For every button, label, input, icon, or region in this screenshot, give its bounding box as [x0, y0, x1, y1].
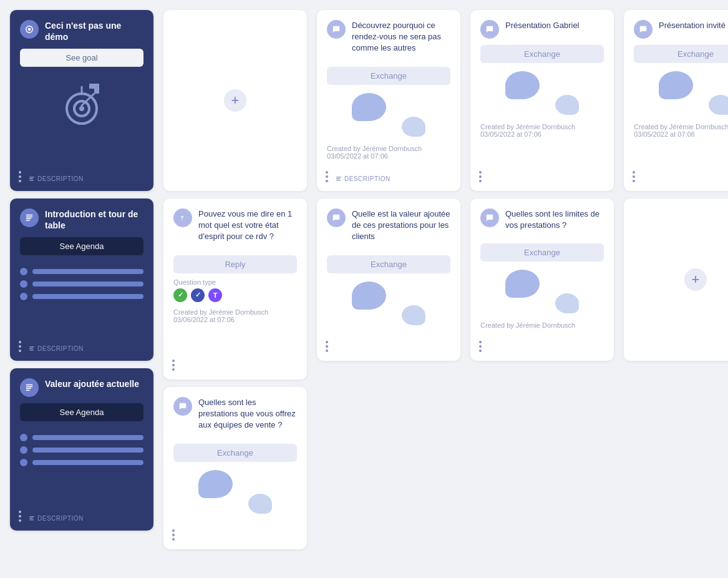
goal-large-icon: [57, 81, 107, 130]
chat-icon: [480, 20, 499, 39]
add-button[interactable]: +: [684, 268, 707, 291]
card-question-pouvez: ? Pouvez vous me dire en 1 mot quel est …: [163, 198, 307, 380]
target-icon: [25, 25, 34, 34]
three-dots-menu[interactable]: [19, 171, 21, 182]
chat-bubble-icon: [485, 25, 494, 34]
svg-rect-10: [29, 180, 34, 181]
card-question-text: Quelles sont les limites de vos prestati…: [505, 208, 604, 231]
three-dots-menu[interactable]: [326, 171, 328, 182]
agenda-icon: [20, 378, 39, 397]
description-label: DESCRIPTION: [336, 175, 391, 182]
desc-icon: [336, 176, 342, 182]
exchange-button[interactable]: Exchange: [173, 444, 297, 462]
created-by-label: Created by Jérémie Dornbusch: [173, 308, 268, 316]
card-title: Valeur ajoutée actuelle: [45, 378, 139, 389]
list-dot: [20, 459, 27, 466]
chat-bubble-secondary: [555, 95, 579, 115]
svg-marker-6: [89, 84, 99, 94]
add-card-top[interactable]: +: [163, 10, 307, 191]
list-dot: [20, 434, 27, 441]
svg-rect-18: [26, 385, 33, 385]
chat-illustration: [327, 90, 450, 140]
three-dots-menu[interactable]: [479, 171, 482, 182]
created-by-label: Created by Jérémie Dornbusch: [480, 123, 575, 130]
list-bar: [32, 269, 143, 274]
three-dots-menu[interactable]: [326, 341, 328, 352]
chat-bubble-main: [352, 93, 386, 121]
desc-icon: [29, 176, 35, 182]
svg-rect-19: [26, 386, 33, 387]
exchange-button[interactable]: Exchange: [480, 243, 604, 262]
exchange-button[interactable]: Exchange: [480, 45, 604, 63]
desc-icon: [29, 346, 35, 352]
add-button[interactable]: +: [224, 89, 246, 112]
svg-rect-23: [29, 517, 33, 519]
card-ceci-demo: Ceci n'est pas une démo See goal DESCRIP…: [10, 10, 153, 191]
reply-button[interactable]: Reply: [173, 255, 297, 273]
chat-bubble-icon: [485, 213, 494, 222]
card-question-text: Présentation Gabriel: [505, 20, 580, 31]
three-dots-menu[interactable]: [479, 341, 482, 352]
card-footer: Created by Jérémie Dornbusch 03/05/2022 …: [634, 123, 728, 138]
desc-icon: [29, 516, 35, 522]
chat-bubble-icon: [332, 213, 341, 222]
column-1: Ceci n'est pas une démo See goal DESCRIP…: [10, 10, 153, 568]
created-date: 03/05/2022 at 07:06: [480, 130, 541, 138]
chat-illustration: [173, 467, 297, 517]
list-bar: [32, 294, 143, 299]
three-dots-menu[interactable]: [172, 529, 175, 541]
svg-rect-9: [29, 178, 33, 179]
description-text: DESCRIPTION: [37, 515, 84, 522]
svg-rect-26: [336, 177, 341, 178]
chat-bubble-secondary: [248, 494, 272, 514]
card-title: Ceci n'est pas une démo: [45, 20, 143, 42]
list-bar: [32, 460, 143, 465]
add-card-bottom[interactable]: +: [624, 198, 728, 361]
card-question-text: Pouvez vous me dire en 1 mot quel est vo…: [198, 208, 297, 243]
created-date: 03/06/2022 at 07:06: [173, 316, 235, 323]
card-question-text: Quelle est la valeur ajoutée de ces pres…: [352, 208, 450, 243]
three-dots-menu[interactable]: [19, 511, 21, 522]
svg-rect-21: [26, 390, 30, 391]
agenda-icon: [20, 208, 39, 227]
see-goal-button[interactable]: See goal: [20, 49, 143, 67]
exchange-button[interactable]: Exchange: [327, 67, 450, 85]
exchange-button[interactable]: Exchange: [327, 255, 450, 273]
chat-bubble-icon: [332, 25, 341, 34]
list-dot: [20, 446, 27, 454]
svg-rect-14: [26, 220, 30, 221]
three-dots-menu[interactable]: [172, 360, 175, 371]
column-3: Découvrez pourquoi ce rendez-vous ne ser…: [317, 10, 460, 568]
goal-illustration: [20, 74, 143, 137]
three-dots-menu[interactable]: [19, 341, 21, 352]
exchange-button[interactable]: Exchange: [634, 45, 728, 63]
chat-bubble-icon: [639, 25, 648, 34]
created-date: 03/05/2022 at 07:06: [327, 152, 388, 160]
svg-point-4: [79, 106, 84, 111]
see-agenda-button[interactable]: See Agenda: [20, 403, 143, 421]
see-agenda-button[interactable]: See Agenda: [20, 237, 143, 255]
card-header: Quelles sont les limites de vos prestati…: [480, 208, 604, 237]
chat-illustration: [480, 68, 604, 118]
question-icon: ?: [173, 208, 192, 227]
list-dot: [20, 280, 27, 288]
question-type-label: Question type: [173, 278, 297, 286]
list-item: [20, 268, 143, 275]
q-icon: ?: [178, 213, 187, 222]
card-question-text: Quelles sont les prestations que vous of…: [198, 397, 297, 431]
board: Ceci n'est pas une démo See goal DESCRIP…: [0, 0, 728, 578]
list-bar: [32, 448, 143, 453]
description-text: DESCRIPTION: [37, 175, 84, 182]
chat-bubble-secondary: [709, 95, 728, 115]
chat-bubble-main: [352, 282, 386, 310]
chat-icon: [634, 20, 653, 39]
three-dots-menu[interactable]: [633, 171, 635, 182]
card-header: Découvrez pourquoi ce rendez-vous ne ser…: [327, 20, 450, 61]
list-icon: [25, 383, 34, 392]
card-footer: Created by Jérémie Dornbusch 03/06/2022 …: [173, 308, 297, 323]
card-header: ? Pouvez vous me dire en 1 mot quel est …: [173, 208, 297, 249]
description-text: DESCRIPTION: [37, 345, 84, 352]
question-type-badges: ✓ ✓ T: [173, 288, 297, 302]
badge-check-green: ✓: [173, 288, 187, 302]
card-footer: Created by Jérémie Dornbusch 03/05/2022 …: [327, 145, 450, 160]
